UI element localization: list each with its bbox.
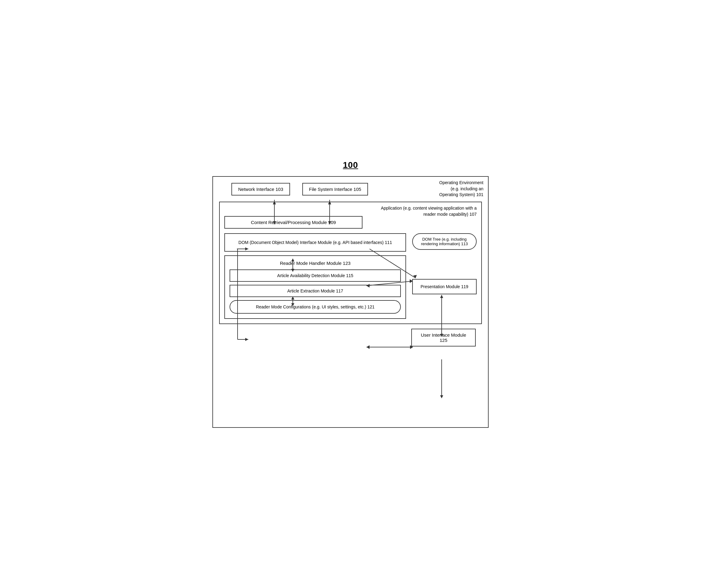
- app-box: Application (e.g. content viewing applic…: [219, 202, 482, 324]
- env-label: Operating Environment (e.g. including an…: [439, 180, 483, 198]
- content-retrieval-box: Content Retrieval/Processing Module 109: [224, 216, 363, 229]
- network-interface-box: Network Interface 103: [231, 183, 290, 196]
- reader-mode-label: Reader Mode Handler Module 123: [230, 261, 401, 266]
- article-availability-box: Article Availability Detection Module 11…: [230, 269, 401, 282]
- file-system-interface-box: File System Interface 105: [302, 183, 368, 196]
- reader-mode-handler-box: Reader Mode Handler Module 123 Article A…: [224, 255, 406, 319]
- main-title: 100: [212, 160, 489, 170]
- user-interface-module-box: User Interface Module 125: [411, 329, 476, 346]
- svg-marker-26: [440, 395, 443, 398]
- article-extraction-box: Article Extraction Module 117: [230, 285, 401, 297]
- dom-interface-box: DOM (Document Object Model) Interface Mo…: [224, 233, 406, 252]
- app-label: Application (e.g. content viewing applic…: [381, 205, 477, 217]
- diagram-container: 100 Operating Environment (e.g. includin…: [212, 160, 489, 428]
- outer-box: Operating Environment (e.g. including an…: [212, 176, 489, 428]
- reader-mode-config-box: Reader Mode Configurations (e.g. UI styl…: [230, 300, 401, 314]
- dom-tree-box: DOM Tree (e.g. including rendering infor…: [412, 233, 477, 250]
- presentation-module-box: Presentation Module 119: [412, 279, 477, 294]
